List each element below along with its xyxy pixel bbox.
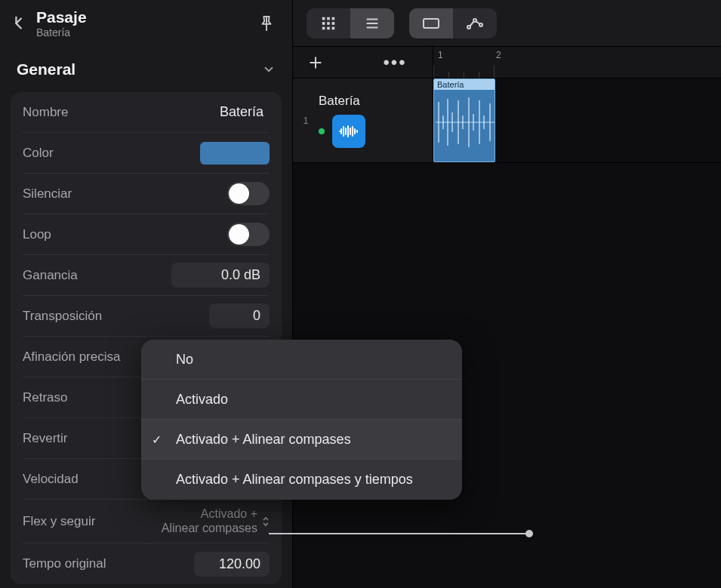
svg-rect-2 [327, 17, 330, 20]
svg-line-18 [476, 21, 480, 24]
track-number: 1 [300, 115, 311, 126]
region-view-button[interactable] [409, 8, 453, 38]
main-area: ••• 1 2 1 Batería [293, 0, 721, 588]
svg-rect-13 [424, 19, 439, 28]
add-track-button[interactable] [293, 55, 338, 70]
inspector-header: Pasaje Batería [0, 0, 292, 47]
label-reverse: Revertir [23, 431, 68, 446]
row-color: Color [23, 133, 270, 174]
label-name: Nombre [23, 105, 68, 120]
svg-rect-8 [327, 26, 330, 29]
color-swatch[interactable] [200, 142, 270, 165]
loop-toggle[interactable] [227, 223, 270, 246]
region-area[interactable]: Batería [433, 79, 721, 162]
svg-rect-4 [322, 22, 325, 25]
label-delay: Retraso [23, 390, 68, 405]
pin-icon[interactable] [253, 10, 280, 37]
row-orig-tempo: Tempo original 120.00 [23, 543, 270, 584]
menu-item-no[interactable]: No [141, 340, 462, 380]
track-name-label: Batería [319, 94, 365, 109]
track-type-icon [332, 115, 365, 148]
header-subtitle: Batería [36, 26, 87, 38]
flex-follow-menu: No Activado ✓ Activado + Alinear compase… [141, 340, 462, 500]
menu-item-label: Activado + Alinear compases y tiempos [176, 472, 413, 488]
label-gain: Ganancia [23, 268, 78, 283]
tracks-more-button[interactable]: ••• [372, 52, 418, 73]
label-transpose: Transposición [23, 309, 102, 324]
ruler-tick-1: 1 [438, 50, 443, 60]
ruler-tick-2: 2 [496, 50, 501, 60]
flex-follow-line1: Activado + [162, 507, 257, 521]
label-orig-tempo: Tempo original [23, 556, 106, 571]
chevron-down-icon [262, 63, 276, 76]
main-toolbar [293, 0, 721, 47]
automation-segment [409, 8, 497, 38]
timeline-ruler[interactable]: 1 2 [433, 47, 721, 78]
menu-item-label: Activado + Alinear compases [176, 432, 351, 448]
svg-rect-3 [332, 17, 335, 20]
menu-item-on-align-bars[interactable]: ✓ Activado + Alinear compases [141, 420, 462, 460]
menu-item-label: No [176, 352, 193, 368]
transpose-field[interactable]: 0 [209, 303, 270, 328]
tracks-header: ••• 1 2 [293, 47, 721, 79]
mute-toggle[interactable] [227, 182, 270, 205]
track-row: 1 Batería Batería [293, 79, 721, 163]
audio-region[interactable]: Batería [433, 79, 495, 162]
menu-item-on[interactable]: Activado [141, 380, 462, 420]
row-gain: Ganancia 0.0 dB [23, 255, 270, 296]
flex-follow-select[interactable]: Activado + Alinear compases [162, 507, 270, 535]
inspector-sidebar: Pasaje Batería General Nombre Batería Co… [0, 0, 293, 588]
svg-rect-9 [332, 26, 335, 29]
row-transpose: Transposición 0 [23, 296, 270, 337]
flex-follow-line2: Alinear compases [162, 522, 257, 535]
section-header-general[interactable]: General [0, 47, 292, 92]
menu-item-label: Activado [176, 392, 228, 408]
track-header[interactable]: 1 Batería [293, 79, 433, 162]
svg-point-14 [467, 26, 470, 29]
label-loop: Loop [23, 227, 51, 242]
gain-field[interactable]: 0.0 dB [171, 263, 270, 288]
svg-rect-6 [332, 22, 335, 25]
track-status-dot [319, 128, 325, 134]
view-mode-segment [307, 8, 394, 38]
svg-rect-1 [322, 17, 325, 20]
row-mute: Silenciar [23, 174, 270, 214]
updown-icon [262, 515, 270, 528]
row-loop: Loop [23, 214, 270, 255]
row-flex-follow: Flex y seguir Activado + Alinear compase… [23, 500, 270, 543]
annotation-line [269, 533, 528, 534]
automation-view-button[interactable] [453, 8, 497, 38]
list-view-button[interactable] [350, 8, 394, 38]
check-icon: ✓ [152, 433, 162, 447]
orig-tempo-field[interactable]: 120.00 [194, 552, 270, 577]
region-title: Batería [434, 79, 495, 90]
label-mute: Silenciar [23, 186, 72, 202]
annotation-dot [525, 530, 533, 537]
label-color: Color [23, 146, 54, 161]
name-field[interactable]: Batería [186, 100, 270, 125]
svg-line-17 [470, 21, 474, 26]
label-flex-follow: Flex y seguir [23, 514, 95, 529]
header-title: Pasaje [36, 8, 87, 26]
label-speed: Velocidad [23, 472, 79, 487]
label-finetune: Afinación precisa [23, 349, 120, 365]
svg-rect-7 [322, 26, 325, 29]
section-title: General [17, 60, 75, 79]
svg-rect-5 [327, 22, 330, 25]
menu-item-on-align-bars-beats[interactable]: Activado + Alinear compases y tiempos [141, 460, 462, 500]
general-panel: Nombre Batería Color Silenciar Loop Gana… [11, 92, 282, 584]
grid-view-button[interactable] [307, 8, 350, 38]
row-name: Nombre Batería [23, 92, 270, 133]
back-arrow-icon[interactable] [9, 13, 30, 34]
waveform-icon [436, 93, 493, 159]
